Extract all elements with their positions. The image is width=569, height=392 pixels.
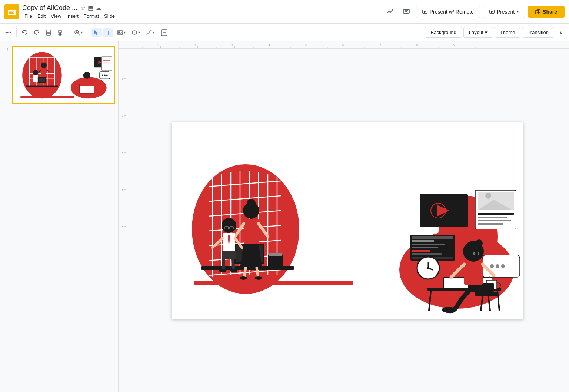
redo-button[interactable] — [31, 28, 42, 37]
slide-thumbnail-1[interactable] — [12, 46, 115, 104]
svg-line-139 — [244, 268, 246, 277]
svg-rect-171 — [412, 236, 453, 239]
doc-title-text[interactable]: Copy of AllCode ... — [22, 4, 77, 12]
layout-label: Layout — [469, 30, 483, 35]
shapes-dropdown-icon: ▾ — [138, 30, 140, 34]
transition-button[interactable]: Transition — [522, 27, 554, 38]
svg-rect-135 — [244, 219, 259, 245]
collapse-icon: ▲ — [559, 30, 563, 35]
svg-text:2: 2 — [194, 43, 196, 47]
svg-text:4: 4 — [121, 188, 123, 192]
separator-2 — [69, 28, 69, 37]
svg-text:1: 1 — [157, 43, 159, 47]
svg-marker-138 — [240, 244, 262, 268]
svg-point-53 — [83, 72, 90, 79]
menu-insert[interactable]: Insert — [64, 13, 81, 20]
menu-format[interactable]: Format — [81, 13, 101, 20]
svg-rect-50 — [39, 78, 45, 82]
image-dropdown-icon: ▾ — [124, 30, 126, 34]
canvas-area[interactable]: a — [126, 49, 569, 392]
slide-number-1: 1 — [3, 46, 9, 52]
background-button[interactable]: Background — [425, 27, 462, 38]
add-button[interactable]: + ▾ — [3, 28, 13, 37]
zoom-button[interactable]: ▾ — [72, 28, 85, 37]
svg-point-143 — [222, 218, 236, 233]
svg-line-153 — [233, 259, 234, 270]
svg-rect-168 — [478, 220, 511, 221]
share-button[interactable]: Share — [528, 6, 565, 18]
svg-rect-132 — [269, 253, 282, 256]
svg-point-202 — [475, 239, 483, 247]
doc-title-icons: ☆ ⬒ ☁ — [80, 4, 102, 11]
svg-point-184 — [490, 264, 494, 268]
svg-rect-3 — [9, 12, 13, 13]
svg-point-155 — [230, 269, 237, 272]
svg-rect-166 — [478, 213, 514, 215]
svg-rect-169 — [478, 223, 503, 225]
svg-point-141 — [240, 276, 247, 280]
svg-rect-172 — [412, 240, 434, 242]
comment-icon-btn[interactable] — [400, 5, 413, 19]
toolbar-right: Background Layout ▾ Theme Transition ▲ — [425, 27, 566, 38]
extra-plus-button[interactable] — [158, 27, 170, 38]
svg-text:3: 3 — [231, 43, 233, 47]
print-button[interactable] — [43, 28, 54, 37]
present-dropdown-icon[interactable]: ▾ — [517, 10, 519, 14]
svg-rect-44 — [41, 68, 46, 77]
menu-view[interactable]: View — [49, 13, 63, 20]
zoom-dropdown-icon: ▾ — [81, 30, 83, 34]
svg-point-47 — [33, 70, 38, 75]
svg-text:1: 1 — [121, 77, 123, 81]
svg-point-165 — [485, 193, 491, 199]
trend-icon-btn[interactable] — [383, 5, 397, 19]
menu-file[interactable]: File — [22, 13, 34, 20]
svg-text:3: 3 — [121, 151, 123, 155]
svg-point-154 — [219, 269, 226, 272]
svg-rect-173 — [412, 244, 445, 245]
star-icon[interactable]: ☆ — [80, 4, 86, 11]
theme-label: Theme — [500, 30, 515, 35]
svg-text:5: 5 — [305, 43, 307, 47]
top-bar-right: Present w/ Remote Present ▾ Share — [383, 5, 565, 19]
line-button[interactable]: ▾ — [144, 28, 157, 37]
svg-point-142 — [255, 276, 262, 280]
svg-text:4: 4 — [268, 43, 270, 47]
svg-rect-195 — [475, 292, 498, 296]
collapse-toolbar-button[interactable]: ▲ — [556, 27, 566, 38]
svg-rect-174 — [412, 247, 438, 248]
menu-bar: File Edit View Insert Format Slide — [22, 13, 117, 20]
menu-slide[interactable]: Slide — [102, 13, 117, 20]
svg-rect-2 — [9, 11, 14, 12]
theme-button[interactable]: Theme — [495, 27, 520, 38]
present-button[interactable]: Present ▾ — [483, 6, 525, 18]
svg-rect-12 — [536, 10, 539, 14]
layout-button[interactable]: Layout ▾ — [463, 27, 493, 38]
svg-line-18 — [78, 34, 80, 35]
save-icon[interactable]: ⬒ — [88, 4, 93, 11]
shapes-button[interactable]: ▾ — [129, 28, 142, 37]
text-button[interactable] — [103, 28, 113, 37]
slide-canvas[interactable]: a — [172, 122, 523, 319]
undo-button[interactable] — [20, 28, 30, 37]
svg-rect-51 — [20, 96, 74, 98]
image-button[interactable]: ▾ — [115, 28, 128, 37]
svg-point-199 — [442, 307, 455, 313]
cloud-icon[interactable]: ☁ — [96, 4, 102, 11]
menu-edit[interactable]: Edit — [35, 13, 48, 20]
svg-rect-13 — [47, 30, 50, 32]
present-remote-button[interactable]: Present w/ Remote — [416, 6, 480, 18]
paint-format-button[interactable] — [55, 28, 66, 37]
doc-title: Copy of AllCode ... ☆ ⬒ ☁ — [22, 4, 117, 12]
svg-rect-175 — [412, 250, 430, 252]
svg-rect-14 — [47, 33, 50, 35]
ruler-left: 1 2 3 4 5 — [119, 49, 126, 392]
editor-area: // Will be handled by ruler SVG inline 1… — [119, 41, 569, 392]
svg-text:6: 6 — [342, 43, 344, 47]
cursor-button[interactable] — [91, 28, 102, 37]
editor-with-ruler: 1 2 3 4 5 — [119, 49, 569, 392]
present-label: Present — [497, 9, 515, 15]
svg-rect-167 — [478, 217, 507, 218]
svg-rect-1 — [8, 9, 16, 10]
app-icon — [4, 4, 19, 19]
svg-rect-200 — [464, 259, 483, 285]
